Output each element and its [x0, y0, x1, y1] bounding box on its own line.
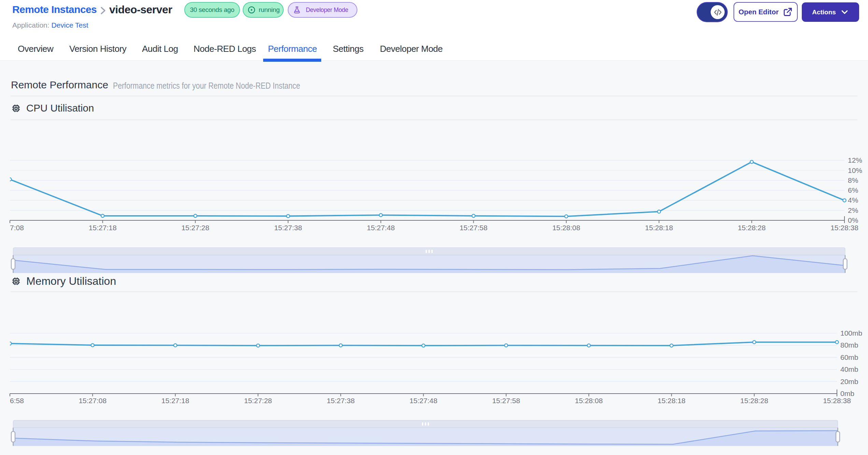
svg-text:15:28:38: 15:28:38	[830, 224, 858, 232]
svg-text:15:28:28: 15:28:28	[740, 397, 768, 405]
svg-text:15:27:38: 15:27:38	[274, 224, 302, 232]
svg-text:100mb: 100mb	[840, 329, 862, 337]
svg-text:40mb: 40mb	[840, 365, 858, 373]
svg-text:15:27:18: 15:27:18	[161, 397, 189, 405]
svg-text:6%: 6%	[848, 186, 858, 194]
svg-text:15:27:28: 15:27:28	[244, 397, 272, 405]
svg-text:15:27:08: 15:27:08	[79, 397, 106, 405]
svg-text:0%: 0%	[848, 216, 858, 224]
svg-text:15:28:08: 15:28:08	[552, 224, 580, 232]
svg-text:0mb: 0mb	[840, 390, 854, 397]
svg-text:20mb: 20mb	[840, 378, 858, 385]
svg-text:8%: 8%	[848, 176, 858, 184]
svg-text:15:27:48: 15:27:48	[367, 224, 395, 232]
svg-text:15:27:18: 15:27:18	[89, 224, 117, 232]
svg-text:15:27:58: 15:27:58	[459, 224, 487, 232]
svg-text:15:27:38: 15:27:38	[327, 397, 355, 405]
svg-text:15:27:48: 15:27:48	[410, 397, 438, 405]
svg-text:15:28:18: 15:28:18	[645, 224, 673, 232]
svg-text:15:28:38: 15:28:38	[823, 397, 851, 405]
svg-text:15:28:08: 15:28:08	[575, 397, 603, 405]
svg-text:15:27:58: 15:27:58	[492, 397, 520, 405]
svg-text:15:27:28: 15:27:28	[181, 224, 209, 232]
svg-text:15:28:18: 15:28:18	[658, 397, 686, 405]
svg-text:10%: 10%	[848, 166, 862, 174]
svg-text:7:08: 7:08	[10, 224, 24, 232]
svg-text:15:28:28: 15:28:28	[738, 224, 766, 232]
svg-text:12%: 12%	[848, 156, 862, 164]
svg-text:80mb: 80mb	[840, 341, 858, 349]
svg-text:2%: 2%	[848, 206, 858, 214]
svg-text:6:58: 6:58	[10, 397, 24, 405]
svg-text:60mb: 60mb	[840, 353, 858, 361]
svg-text:4%: 4%	[848, 196, 858, 204]
